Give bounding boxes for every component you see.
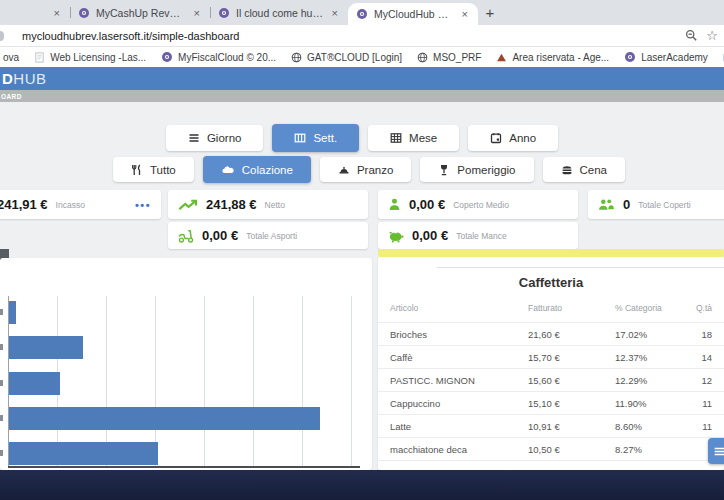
burger-icon [561, 164, 573, 176]
col-header-articolo: Articolo [390, 303, 418, 313]
kpi-card-totale-mance: 0,00 €Totale Mance [378, 222, 578, 249]
axis-label-fragment [0, 380, 3, 386]
bookmark-globe-icon [417, 52, 428, 63]
table-row: Brioches21,60 €17.02%18 [378, 322, 724, 345]
columns-icon [294, 132, 306, 144]
cell-qta: 14 [701, 352, 712, 363]
logo-bold-part: D [2, 70, 13, 87]
chart-bar [9, 301, 16, 324]
url-text[interactable]: mycloudhubrev.lasersoft.it/simple-dashbo… [22, 30, 685, 42]
browser-tab[interactable]: × [0, 0, 70, 25]
bookmark-label: Area riservata - Age... [512, 52, 609, 63]
tab-close-icon[interactable]: × [460, 8, 470, 20]
breadcrumb-bar: OARD [0, 90, 724, 102]
reload-icon[interactable] [0, 31, 4, 41]
tab-favicon-icon [78, 7, 90, 19]
meal-tab-label: Pomeriggio [457, 164, 515, 176]
bookmark-label: MyFiscalCloud © 20... [178, 52, 276, 63]
chart-gridline [351, 296, 352, 467]
cell-articolo: PASTICC. MIGNON [390, 375, 475, 386]
bookmark-item[interactable]: Web Licensing -Las... [34, 52, 146, 63]
kpi-card-coperto-medio: 0,00 €Coperto Medio [378, 190, 578, 219]
period-tab-giorno[interactable]: Giorno [166, 125, 264, 151]
cloche-icon [338, 164, 350, 176]
period-tab-label: Anno [509, 132, 536, 144]
bookmark-item[interactable]: LaserAcademy [624, 51, 708, 63]
bookmark-item[interactable]: Area riservata - Age... [496, 52, 609, 63]
cell-qta: 18 [701, 329, 712, 340]
zoom-out-icon[interactable] [685, 29, 698, 42]
meal-tab-label: Tutto [150, 164, 176, 176]
kpi-value: 0 [623, 197, 630, 212]
browser-tab[interactable]: MyCashUp Revolution - Sistem× [70, 0, 210, 25]
kpi-value: 0,00 € [202, 228, 238, 243]
kpi-value: 0,00 € [409, 197, 445, 212]
cell-articolo: Cappuccino [390, 398, 440, 409]
kpi-card-totale-asporti: 0,00 €Totale Asporti [168, 222, 368, 249]
bookmark-item[interactable]: MyFiscalCloud © 20... [161, 51, 276, 63]
browser-tab-strip: ×MyCashUp Revolution - Sistem×Il cloud c… [0, 0, 724, 25]
period-tab-label: Giorno [207, 132, 242, 144]
period-tab-label: Sett. [313, 132, 337, 144]
kpi-label: Netto [265, 200, 285, 210]
browser-tab[interactable]: Il cloud come hub globale× [210, 0, 348, 25]
calendar-icon [490, 132, 502, 144]
axis-label-fragment [0, 344, 3, 350]
address-bar[interactable]: mycloudhubrev.lasersoft.it/simple-dashbo… [0, 25, 724, 47]
cell-fatturato: 15,70 € [528, 352, 560, 363]
table-row: PASTICC. MIGNON15,60 €12.29%12 [378, 368, 724, 391]
chart-y-axis [8, 296, 9, 468]
meal-tab-colazione[interactable]: Colazione [203, 156, 311, 183]
cell-fatturato: 10,91 € [528, 421, 560, 432]
chart-bar [9, 372, 60, 395]
new-tab-button[interactable]: + [478, 0, 502, 25]
kpi-card-totale-coperti: 0Totale Coperti [588, 190, 724, 219]
kpi-label: Incasso [56, 200, 85, 210]
bookmark-label: MSO_PRF [433, 52, 481, 63]
table-title: Caffetteria [378, 275, 724, 290]
tab-close-icon[interactable]: × [330, 7, 340, 19]
meal-tab-cena[interactable]: Cena [543, 157, 626, 182]
kpi-card-incasso: 241,91 €Incasso••• [0, 190, 161, 219]
yellow-highlight-bar [378, 249, 724, 257]
kpi-trend-up-icon [178, 199, 198, 211]
period-tab-sett[interactable]: Sett. [272, 124, 359, 152]
period-tab-anno[interactable]: Anno [468, 125, 558, 151]
goblet-icon [438, 164, 450, 176]
kpi-people-icon [598, 198, 615, 211]
period-tab-mese[interactable]: Mese [368, 125, 459, 151]
col-header-qta: Q.tà [696, 303, 712, 313]
bookmark-item[interactable]: GAT®CLOUD [Login] [291, 52, 402, 63]
meal-tab-tutto[interactable]: Tutto [113, 157, 194, 182]
meal-tab-label: Colazione [242, 164, 293, 176]
meal-tab-pranzo[interactable]: Pranzo [320, 157, 411, 182]
bookmark-label: LaserAcademy [641, 52, 708, 63]
chart-gridline [204, 296, 205, 467]
cell-categoria: 12.37% [615, 352, 647, 363]
col-header-fatturato: Fatturato [528, 303, 562, 313]
cell-categoria: 8.60% [615, 421, 642, 432]
list-icon [188, 132, 200, 144]
tab-close-icon[interactable]: × [52, 7, 62, 19]
app-header: DHUB [0, 67, 724, 90]
tab-close-icon[interactable]: × [192, 7, 202, 19]
bookmark-cut-fragment[interactable]: ova [3, 52, 19, 63]
browser-tab[interactable]: MyCloudHub © 2022× [348, 3, 478, 25]
bookmark-globe-icon [291, 52, 302, 63]
meal-tab-pomeriggio[interactable]: Pomeriggio [420, 157, 533, 182]
cell-categoria: 8.27% [615, 444, 642, 455]
meal-tab-label: Cena [580, 164, 608, 176]
floating-menu-button[interactable] [708, 438, 724, 464]
bookmark-star-icon[interactable]: ☆ [706, 29, 718, 42]
cell-articolo: macchiatone deca [390, 444, 467, 455]
kpi-menu-dots-icon[interactable]: ••• [135, 199, 151, 211]
chart-bar [9, 442, 158, 465]
category-table-panel: Caffetteria Articolo Fatturato % Categor… [378, 257, 724, 470]
chart-gridline [253, 296, 254, 467]
meal-tab-label: Pranzo [357, 164, 393, 176]
cell-qta: 12 [701, 375, 712, 386]
chart-x-axis [8, 466, 360, 468]
kpi-scooter-icon [178, 229, 194, 243]
bookmark-item[interactable]: MSO_PRF [417, 52, 481, 63]
chart-bar [9, 407, 320, 430]
